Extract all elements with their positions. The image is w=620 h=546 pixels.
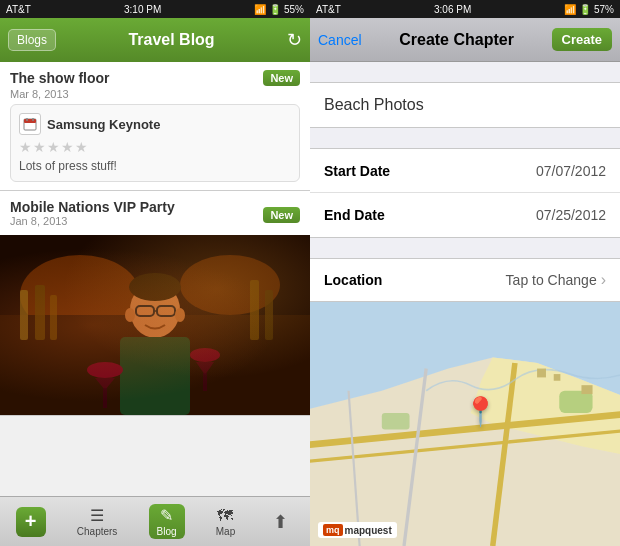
location-row[interactable]: Location Tap to Change › [310,258,620,302]
blog-tab[interactable]: ✎ Blog [149,504,185,539]
map-label: Map [216,526,235,537]
create-chapter-title: Create Chapter [399,31,514,49]
map-tab[interactable]: 🗺 Map [208,505,243,539]
time-right: 3:06 PM [434,4,471,15]
refresh-icon[interactable]: ↻ [287,29,302,51]
carrier-left: AT&T [6,4,31,15]
keynote-title: Samsung Keynote [47,117,160,132]
keynote-card[interactable]: Samsung Keynote ★★★★★ Lots of press stuf… [10,104,300,182]
map-icon: 🗺 [217,507,233,525]
chapters-label: Chapters [77,526,118,537]
end-date-label: End Date [324,207,404,223]
map-container[interactable]: 📍 mq mapquest [310,302,620,546]
chevron-right-icon: › [601,271,606,289]
blog-item-vip-party[interactable]: Mobile Nations VIP Party Jan 8, 2013 New [0,191,310,416]
blog-item-showfloor[interactable]: The show floor New Mar 8, 2013 Samsung K… [0,62,310,191]
nav-bar-left: Blogs Travel Blog ↻ [0,18,310,62]
chapter-title-input[interactable] [324,96,606,114]
battery-left: 📶 🔋 55% [254,4,304,15]
start-date-value: 07/07/2012 [404,163,606,179]
blog-label: Blog [157,526,177,537]
left-panel: AT&T 3:10 PM 📶 🔋 55% Blogs Travel Blog ↻… [0,0,310,546]
start-date-row[interactable]: Start Date 07/07/2012 [310,149,620,193]
bottom-toolbar: + ☰ Chapters ✎ Blog 🗺 Map ⬆ [0,496,310,546]
dates-section: Start Date 07/07/2012 End Date 07/25/201… [310,148,620,238]
create-button[interactable]: Create [552,28,612,51]
blog-item-title: The show floor [10,70,110,86]
svg-rect-39 [581,385,592,394]
vip-party-photo [0,235,310,415]
vip-party-date: Jan 8, 2013 [10,215,263,227]
end-date-value: 07/25/2012 [404,207,606,223]
keynote-description: Lots of press stuff! [19,159,291,173]
blog-icon: ✎ [160,506,173,525]
status-bar-left: AT&T 3:10 PM 📶 🔋 55% [0,0,310,18]
svg-rect-38 [554,374,561,381]
add-button[interactable]: + [16,507,46,537]
map-pin: 📍 [463,395,498,428]
chapters-icon: ☰ [90,506,104,525]
vip-party-title: Mobile Nations VIP Party [10,199,263,215]
keynote-stars: ★★★★★ [19,139,291,155]
mq-badge: mq [323,524,343,536]
svg-rect-36 [382,413,410,430]
location-tap: Tap to Change [404,272,597,288]
nav-title-left: Travel Blog [128,31,214,49]
battery-right: 📶 🔋 57% [564,4,614,15]
start-date-label: Start Date [324,163,404,179]
mapquest-logo: mq mapquest [318,522,397,538]
chapter-title-row[interactable] [310,83,620,127]
new-badge-showfloor: New [263,70,300,86]
nav-bar-right: Cancel Create Chapter Create [310,18,620,62]
chapters-tab[interactable]: ☰ Chapters [69,504,126,539]
svg-rect-37 [537,369,546,378]
location-label: Location [324,272,404,288]
cancel-button[interactable]: Cancel [318,32,362,48]
end-date-row[interactable]: End Date 07/25/2012 [310,193,620,237]
right-panel: AT&T 3:06 PM 📶 🔋 57% Cancel Create Chapt… [310,0,620,546]
calendar-icon [19,113,41,135]
time-left: 3:10 PM [124,4,161,15]
mapquest-text: mapquest [345,525,392,536]
new-badge-vip: New [263,207,300,223]
chapter-title-section [310,82,620,128]
blogs-back-button[interactable]: Blogs [8,29,56,51]
blog-list: The show floor New Mar 8, 2013 Samsung K… [0,62,310,496]
blog-item-date: Mar 8, 2013 [10,88,300,100]
status-bar-right: AT&T 3:06 PM 📶 🔋 57% [310,0,620,18]
svg-rect-1 [24,119,36,123]
share-button[interactable]: ⬆ [266,508,294,536]
carrier-right: AT&T [316,4,341,15]
